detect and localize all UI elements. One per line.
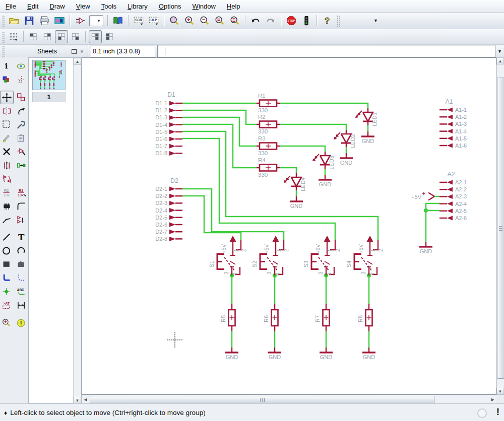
toolbar-drag-handle[interactable] (2, 31, 5, 43)
add-tool-button[interactable] (15, 145, 28, 159)
scroll-down-button[interactable]: ▼ (496, 388, 504, 395)
polygon-tool-button[interactable] (15, 258, 28, 271)
stop-button[interactable]: STOP (284, 14, 298, 28)
mirror-tool-button[interactable] (0, 104, 14, 118)
show-tool-button[interactable] (15, 59, 28, 73)
angle-90-button[interactable] (41, 30, 54, 43)
rotate-tool-button[interactable] (15, 104, 28, 118)
menu-library[interactable]: Library (122, 1, 153, 12)
vertical-scrollbar-thumb[interactable] (497, 78, 504, 379)
zoom-redraw-button[interactable] (213, 14, 227, 28)
junction-tool-button[interactable] (0, 285, 14, 299)
scroll-right-button[interactable]: ▶ (489, 395, 496, 403)
toolbar-drag-handle[interactable] (336, 15, 340, 27)
sheet-list-item[interactable]: 1 (32, 60, 66, 102)
menu-options[interactable]: Options (153, 1, 187, 12)
command-input[interactable] (157, 45, 495, 57)
replace-tool-button[interactable] (15, 159, 28, 172)
erc-button[interactable] (299, 14, 313, 28)
bus-tool-button[interactable] (0, 271, 14, 285)
menu-edit[interactable]: Edit (22, 1, 44, 12)
print-button[interactable] (37, 14, 51, 28)
design-link-logo (345, 15, 371, 27)
angle-0-button[interactable] (27, 30, 40, 43)
split-tool-button[interactable] (0, 213, 14, 227)
change-tool-button[interactable] (15, 118, 28, 131)
run-script-button[interactable]: SCR (132, 14, 146, 28)
sheets-close-button[interactable]: × (78, 48, 86, 55)
pinswap-tool-button[interactable] (0, 159, 14, 172)
help-button[interactable]: ? (320, 14, 334, 28)
rect-tool-button[interactable] (0, 258, 14, 271)
save-button[interactable] (22, 14, 36, 28)
zoom-out-button[interactable] (198, 14, 212, 28)
show-icon (16, 61, 27, 72)
open-button[interactable] (7, 14, 21, 28)
attribute-tool-button[interactable]: >AT (0, 299, 14, 312)
value-tool-button[interactable]: R210k (15, 186, 28, 199)
gateswap-tool-button[interactable] (0, 172, 14, 186)
run-ulp-button[interactable]: ULP (147, 14, 161, 28)
sheet-selector-dropdown[interactable]: ▼ (89, 15, 103, 26)
menu-view[interactable]: View (71, 1, 96, 12)
menu-file[interactable]: File (0, 1, 22, 12)
zoom-select-button[interactable] (228, 14, 242, 28)
scroll-left-button[interactable]: ◀ (82, 395, 89, 403)
info-tool-button[interactable]: i (0, 59, 14, 73)
schematic-canvas[interactable]: D1D1-1D1-2D1-3D1-4D1-5D1-6D1-7D1-8D2D2-1… (82, 57, 496, 395)
cam-processor-button[interactable] (52, 14, 67, 28)
invoke-tool-button[interactable] (15, 213, 28, 227)
undo-button[interactable] (248, 14, 263, 28)
vertical-scrollbar[interactable]: ▲ ▼ (496, 57, 504, 395)
mark-tool-button[interactable] (15, 73, 28, 87)
svg-text:LED3: LED3 (329, 156, 335, 170)
library-button[interactable] (111, 14, 125, 28)
board-button[interactable] (73, 14, 87, 28)
group-tool-button[interactable] (0, 118, 14, 131)
zoom-fit-button[interactable] (167, 14, 181, 28)
delete-tool-button[interactable] (0, 145, 14, 159)
horizontal-scrollbar[interactable]: ◀ ▶ (82, 395, 496, 403)
name-tool-button[interactable]: R210k (0, 186, 14, 199)
cut-tool-button[interactable] (0, 131, 14, 145)
menu-help[interactable]: Help (221, 1, 246, 12)
grid-button[interactable] (7, 30, 20, 43)
circle-tool-button[interactable] (0, 244, 14, 258)
svg-text:A1-6: A1-6 (455, 143, 467, 149)
command-history-dropdown[interactable]: ▼ (495, 45, 504, 57)
menu-tools[interactable]: Tools (96, 1, 122, 12)
miter-tool-button[interactable] (15, 199, 28, 213)
sheets-scroll-down[interactable]: ▼ (74, 397, 81, 404)
svg-text:D2-1: D2-1 (155, 186, 167, 192)
text-tool-button[interactable]: T (15, 231, 28, 244)
zoom-in-button[interactable] (182, 14, 197, 28)
label-tool-button[interactable]: ABC (15, 285, 28, 299)
redo-button[interactable] (264, 14, 278, 28)
move-tool-button[interactable] (0, 91, 14, 104)
net-tool-button[interactable] (15, 271, 28, 285)
angle-270-button[interactable] (69, 30, 82, 43)
wire-tool-button[interactable] (0, 231, 14, 244)
menu-draw[interactable]: Draw (44, 1, 70, 12)
paste-tool-button[interactable] (15, 131, 28, 145)
erc-view-tool-button[interactable] (0, 316, 14, 330)
copy-tool-button[interactable] (15, 91, 28, 104)
display-tool-button[interactable] (0, 73, 14, 87)
sheets-scrollbar[interactable]: ▲ ▼ (73, 58, 81, 404)
dimension-tool-button[interactable] (15, 299, 28, 312)
group-icon (2, 119, 12, 130)
mirror-on-button[interactable] (103, 30, 116, 43)
toolbar-drag-handle[interactable] (2, 15, 5, 27)
smash-tool-button[interactable] (0, 199, 14, 213)
angle-180-button[interactable] (55, 30, 68, 43)
horizontal-scrollbar-thumb[interactable] (90, 396, 434, 404)
menu-window[interactable]: Window (187, 1, 221, 12)
errors-tool-button[interactable]: ! (15, 316, 28, 330)
arc-tool-button[interactable] (15, 244, 28, 258)
toolbar-drag-handle[interactable] (2, 45, 5, 57)
sheets-float-button[interactable] (70, 48, 78, 55)
sheets-scroll-up[interactable]: ▲ (74, 58, 81, 65)
design-link-button[interactable]: ▼ (345, 15, 378, 27)
mirror-off-button[interactable] (89, 30, 102, 43)
scroll-up-button[interactable]: ▲ (496, 57, 504, 64)
